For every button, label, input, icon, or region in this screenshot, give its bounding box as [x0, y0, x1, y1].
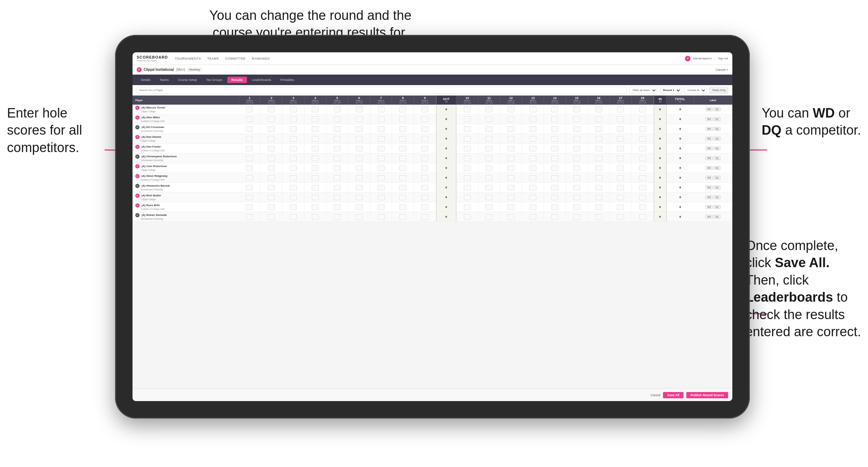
hole-3-input[interactable] [290, 136, 297, 142]
hole-18-input[interactable] [639, 214, 646, 220]
wd-button[interactable]: WD [705, 137, 713, 141]
hole-15-input[interactable] [573, 165, 580, 171]
hole-18-input[interactable] [639, 165, 646, 171]
wd-button[interactable]: WD [705, 166, 713, 170]
hole-4-input[interactable] [312, 195, 319, 200]
hole-9-input[interactable] [421, 165, 428, 171]
hole-11-input[interactable] [485, 175, 492, 181]
hole-18-input[interactable] [639, 156, 646, 161]
hole-15-input[interactable] [573, 214, 580, 220]
hole-1-input[interactable] [246, 107, 253, 112]
hole-16-input[interactable] [595, 156, 602, 161]
hole-14-input[interactable] [551, 156, 558, 161]
hole-7-input[interactable] [378, 214, 385, 220]
hole-4-input[interactable] [312, 126, 319, 132]
hole-4-input[interactable] [312, 204, 319, 210]
hole-16-input[interactable] [595, 195, 602, 200]
hole-3-input[interactable] [290, 175, 297, 181]
hole-17-input[interactable] [617, 107, 624, 112]
wd-button[interactable]: WD [705, 215, 713, 219]
hole-6-input[interactable] [356, 146, 363, 151]
hole-18-input[interactable] [639, 195, 646, 200]
tab-teams[interactable]: Teams [156, 77, 173, 83]
hole-14-input[interactable] [551, 214, 558, 220]
hole-17-input[interactable] [617, 116, 624, 122]
hole-11-input[interactable] [485, 185, 492, 190]
hole-4-input[interactable] [312, 175, 319, 181]
hole-13-input[interactable] [529, 185, 536, 190]
dq-button[interactable]: DQ [714, 146, 720, 150]
hole-14-input[interactable] [551, 204, 558, 210]
hole-16-input[interactable] [595, 126, 602, 132]
hole-8-input[interactable] [399, 165, 406, 171]
hole-16-input[interactable] [595, 107, 602, 112]
dq-button[interactable]: DQ [714, 156, 720, 160]
hole-8-input[interactable] [399, 204, 406, 210]
hole-1-input[interactable] [246, 116, 253, 122]
hole-5-input[interactable] [334, 146, 341, 151]
hole-3-input[interactable] [290, 116, 297, 122]
hole-1-input[interactable] [246, 195, 253, 200]
save-all-button[interactable]: Save All [663, 392, 684, 398]
hole-6-input[interactable] [356, 136, 363, 142]
hole-1-input[interactable] [246, 156, 253, 161]
hole-12-input[interactable] [507, 214, 514, 220]
hole-6-input[interactable] [356, 165, 363, 171]
hole-2-input[interactable] [268, 204, 275, 210]
hole-15-input[interactable] [573, 146, 580, 151]
hole-11-input[interactable] [485, 136, 492, 142]
hole-13-input[interactable] [529, 116, 536, 122]
hole-1-input[interactable] [246, 175, 253, 181]
tab-results[interactable]: Results [227, 77, 247, 83]
dq-button[interactable]: DQ [714, 117, 720, 121]
hole-12-input[interactable] [507, 146, 514, 151]
hole-16-input[interactable] [595, 214, 602, 220]
hole-15-input[interactable] [573, 175, 580, 181]
nav-rankings[interactable]: RANKINGS [252, 57, 270, 60]
hole-8-input[interactable] [399, 146, 406, 151]
hole-4-input[interactable] [312, 107, 319, 112]
hole-1-input[interactable] [246, 136, 253, 142]
dq-button[interactable]: DQ [714, 107, 720, 111]
hole-17-input[interactable] [617, 136, 624, 142]
wd-button[interactable]: WD [705, 107, 713, 111]
player-search-input[interactable] [137, 87, 627, 94]
hole-18-input[interactable] [639, 185, 646, 190]
hole-10-input[interactable] [464, 195, 471, 200]
hole-15-input[interactable] [573, 116, 580, 122]
hole-2-input[interactable] [268, 126, 275, 132]
tab-leaderboards[interactable]: Leaderboards [248, 77, 276, 83]
hole-17-input[interactable] [617, 204, 624, 210]
hole-9-input[interactable] [421, 204, 428, 210]
hole-11-input[interactable] [485, 146, 492, 151]
hole-2-input[interactable] [268, 175, 275, 181]
hole-5-input[interactable] [334, 136, 341, 142]
hole-14-input[interactable] [551, 165, 558, 171]
hole-13-input[interactable] [529, 136, 536, 142]
hole-17-input[interactable] [617, 175, 624, 181]
hole-6-input[interactable] [356, 175, 363, 181]
hole-3-input[interactable] [290, 146, 297, 151]
hole-17-input[interactable] [617, 214, 624, 220]
wd-button[interactable]: WD [705, 195, 713, 199]
cancel-tournament-btn[interactable]: Cancel × [716, 68, 728, 71]
hole-6-input[interactable] [356, 126, 363, 132]
tab-course-setup[interactable]: Course Setup [174, 77, 201, 83]
hole-6-input[interactable] [356, 107, 363, 112]
hole-9-input[interactable] [421, 116, 428, 122]
hole-3-input[interactable] [290, 156, 297, 161]
hole-2-input[interactable] [268, 136, 275, 142]
hole-16-input[interactable] [595, 136, 602, 142]
hole-17-input[interactable] [617, 126, 624, 132]
hole-4-input[interactable] [312, 214, 319, 220]
hole-13-input[interactable] [529, 214, 536, 220]
tab-printables[interactable]: Printables [276, 77, 299, 83]
hole-14-input[interactable] [551, 107, 558, 112]
hole-8-input[interactable] [399, 214, 406, 220]
filter-team-select[interactable]: Filter by team [629, 87, 657, 94]
hole-3-input[interactable] [290, 195, 297, 200]
hole-4-input[interactable] [312, 136, 319, 142]
hole-3-input[interactable] [290, 214, 297, 220]
hole-1-input[interactable] [246, 146, 253, 151]
hole-15-input[interactable] [573, 156, 580, 161]
